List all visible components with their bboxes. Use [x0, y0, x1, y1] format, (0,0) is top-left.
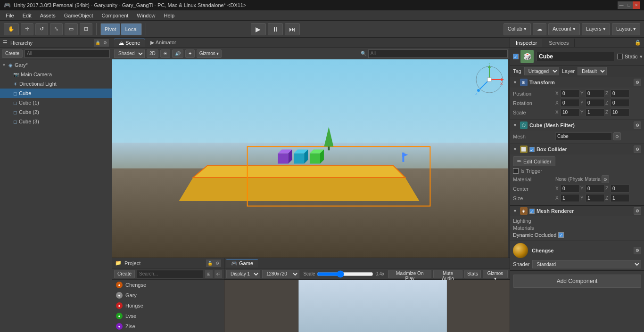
hierarchy-controls[interactable]: 🔒 ⚙	[94, 39, 109, 47]
size-z-input[interactable]	[611, 194, 629, 202]
menu-component[interactable]: Component	[98, 12, 132, 19]
menu-edit[interactable]: Edit	[19, 12, 35, 19]
rotate-tool-button[interactable]: ↺	[35, 23, 48, 35]
project-item-lvse[interactable]: ● Lvse	[112, 311, 224, 321]
meshfilter-buttons[interactable]: ⚙	[634, 121, 641, 129]
project-label-btn[interactable]: 🏷	[215, 270, 222, 278]
hierarchy-item-maincamera[interactable]: 📷 Main Camera	[0, 70, 112, 79]
2d-mode-button[interactable]: 2D	[147, 49, 158, 58]
game-gizmos-button[interactable]: Gizmos ▾	[483, 270, 508, 278]
resolution-select[interactable]: 1280x720	[262, 270, 299, 278]
stats-button[interactable]: Stats	[464, 270, 481, 278]
transform-tool-button[interactable]: ⊞	[80, 23, 92, 35]
scale-x-input[interactable]	[561, 108, 579, 116]
boxcollider-settings-btn[interactable]: ⚙	[634, 146, 641, 153]
object-name-input[interactable]	[537, 52, 614, 61]
menu-help[interactable]: Help	[160, 12, 178, 19]
mesh-picker-btn[interactable]: ⊙	[613, 132, 621, 140]
tab-game[interactable]: 🎮 Game	[226, 259, 258, 267]
size-x-input[interactable]	[561, 194, 579, 202]
hierarchy-item-gary[interactable]: ▼ ◉ Gary*	[0, 60, 112, 70]
project-item-zise[interactable]: ● Zise	[112, 321, 224, 332]
project-item-hongse[interactable]: ● Hongse	[112, 300, 224, 311]
static-dropdown-icon[interactable]: ▾	[640, 54, 643, 60]
cloud-button[interactable]: ☁	[533, 23, 546, 35]
scale-y-input[interactable]	[586, 108, 604, 116]
tag-select[interactable]: Untagged	[524, 67, 559, 75]
project-create-button[interactable]: Create	[114, 270, 135, 278]
shader-select[interactable]: Standard	[532, 260, 641, 268]
material-picker-btn[interactable]: ⊙	[602, 175, 609, 183]
scene-canvas[interactable]	[112, 59, 510, 258]
window-controls[interactable]: — □ ✕	[618, 1, 640, 9]
hierarchy-item-directionallight[interactable]: ☀ Directional Light	[0, 79, 112, 89]
step-button[interactable]: ⏭	[285, 23, 300, 35]
mesh-renderer-header[interactable]: ▼ ◈ Mesh Renderer ⚙	[510, 206, 644, 216]
position-y-input[interactable]	[586, 89, 604, 97]
dynamic-occluded-checkbox[interactable]	[558, 232, 564, 238]
rotation-y-input[interactable]	[586, 99, 604, 107]
lighting-button[interactable]: ☀	[160, 49, 170, 58]
game-viewport[interactable]	[224, 280, 510, 332]
collab-button[interactable]: Collab ▾	[504, 23, 531, 35]
tab-services[interactable]: Services	[543, 39, 575, 47]
position-x-input[interactable]	[561, 89, 579, 97]
hierarchy-item-cube2[interactable]: ◻ Cube (2)	[0, 107, 112, 117]
edit-collider-button[interactable]: ✏ Edit Collider	[513, 156, 555, 166]
hierarchy-item-cube3[interactable]: ◻ Cube (3)	[0, 117, 112, 126]
object-active-checkbox[interactable]	[513, 54, 519, 59]
scale-z-input[interactable]	[611, 108, 629, 116]
add-component-button[interactable]: Add Component	[513, 275, 641, 288]
transform-buttons[interactable]: ⚙	[634, 79, 641, 86]
effects-button[interactable]: ✦	[185, 49, 195, 58]
project-item-chengse[interactable]: ● Chengse	[112, 280, 224, 290]
shading-mode-select[interactable]: Shaded	[114, 49, 145, 58]
mesh-value-input[interactable]	[555, 132, 612, 140]
center-z-input[interactable]	[611, 185, 629, 193]
rotation-x-input[interactable]	[561, 99, 579, 107]
scale-slider[interactable]	[317, 271, 373, 277]
gizmos-button[interactable]: Gizmos ▾	[197, 49, 222, 58]
project-lock-btn[interactable]: 🔒	[206, 259, 214, 267]
boxcollider-buttons[interactable]: ⚙	[634, 146, 641, 153]
center-y-input[interactable]	[586, 185, 604, 193]
meshrenderer-enabled-checkbox[interactable]	[529, 209, 535, 214]
transform-header[interactable]: ▼ ⊞ Transform ⚙	[510, 77, 644, 88]
menu-assets[interactable]: Assets	[36, 12, 59, 19]
maximize-button[interactable]: □	[625, 1, 633, 9]
layout-button[interactable]: Layout ▾	[612, 23, 640, 35]
close-button[interactable]: ✕	[633, 1, 640, 9]
inspector-lock-icon[interactable]: 🔒	[632, 39, 644, 47]
layer-select[interactable]: Default	[578, 67, 607, 75]
minimize-button[interactable]: —	[618, 1, 625, 9]
project-gear-btn[interactable]: ⚙	[214, 259, 221, 267]
tab-animator[interactable]: ▶ Animator	[146, 39, 181, 47]
hierarchy-lock-btn[interactable]: 🔒	[94, 39, 101, 47]
project-controls[interactable]: 🔒 ⚙	[206, 259, 221, 267]
center-x-input[interactable]	[561, 185, 579, 193]
position-z-input[interactable]	[611, 89, 629, 97]
boxcollider-enabled-checkbox[interactable]	[529, 147, 535, 152]
display-select[interactable]: Display 1	[226, 270, 260, 278]
menu-gameobject[interactable]: GameObject	[60, 12, 97, 19]
hierarchy-create-button[interactable]: Create	[2, 49, 23, 58]
meshrenderer-settings-btn[interactable]: ⚙	[634, 207, 641, 215]
project-filter-btn[interactable]: ⊞	[205, 270, 213, 278]
tab-scene[interactable]: ⛰ Scene	[114, 39, 145, 47]
tab-inspector[interactable]: Inspector	[510, 39, 543, 47]
hand-tool-button[interactable]: ✋	[4, 23, 19, 35]
rotation-z-input[interactable]	[611, 99, 629, 107]
meshrenderer-buttons[interactable]: ⚙	[634, 207, 641, 215]
account-button[interactable]: Account ▾	[548, 23, 580, 35]
scale-tool-button[interactable]: ⤡	[50, 23, 63, 35]
project-search-input[interactable]	[137, 270, 203, 278]
game-canvas[interactable]	[224, 280, 510, 332]
scene-search-input[interactable]	[368, 49, 508, 58]
pause-button[interactable]: ⏸	[268, 23, 283, 35]
static-checkbox[interactable]	[617, 54, 623, 59]
meshfilter-settings-btn[interactable]: ⚙	[634, 121, 641, 129]
menu-file[interactable]: File	[2, 12, 18, 19]
audio-button[interactable]: 🔊	[172, 49, 183, 58]
box-collider-header[interactable]: ▼ ⬜ Box Collider ⚙	[510, 144, 644, 154]
scene-viewport[interactable]: Y X Z	[112, 59, 510, 258]
